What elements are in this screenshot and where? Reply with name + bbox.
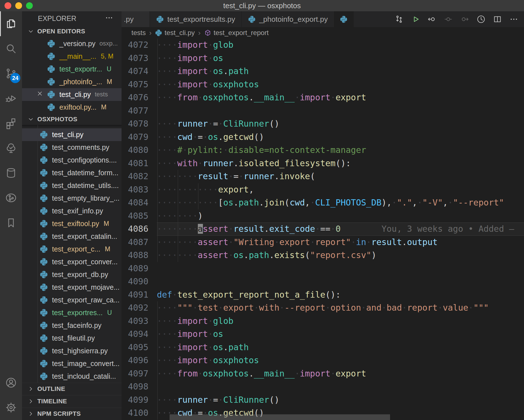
code-line[interactable]: 4092····"""·test·export·with·--report·op… (122, 301, 524, 315)
code-line[interactable]: 4086········assert·result.exit_code·==·0… (122, 222, 524, 236)
code-line[interactable]: 4097····from·osxphotos.__main__·import·e… (122, 367, 524, 380)
code-line[interactable]: 4078····runner·=·CliRunner() (122, 117, 524, 131)
open-editor-item[interactable]: test_exportr...U (22, 63, 122, 75)
code-line[interactable]: 4076····from·osxphotos.__main__·import·e… (122, 91, 524, 104)
change-icon[interactable] (441, 12, 455, 26)
open-editor-item[interactable]: __main__...5, M (22, 50, 122, 63)
activity-bar-account-icon[interactable] (0, 370, 22, 395)
line-number[interactable]: 4077 (122, 104, 157, 118)
line-number[interactable]: 4099 (122, 393, 157, 407)
line-number[interactable]: 4094 (122, 328, 157, 341)
breadcrumb-item[interactable]: tests (131, 29, 146, 37)
code-line[interactable]: 4087········assert·"Writing·export·repor… (122, 236, 524, 249)
close-icon[interactable] (36, 90, 45, 99)
code-line[interactable]: 4088········assert·os.path.exists("repor… (122, 249, 524, 262)
tree-item[interactable]: test_empty_library_... (22, 192, 122, 205)
open-editor-item[interactable]: _photoinfo_...M (22, 75, 122, 88)
line-number[interactable]: 4085 (122, 209, 157, 223)
run-python-icon[interactable] (409, 12, 422, 26)
tree-item[interactable]: test_datetime_form... (22, 166, 122, 179)
tree-item[interactable]: test_exif_info.py (22, 205, 122, 217)
tab-test_exportresults.py[interactable]: test_exportresults.py (150, 11, 242, 27)
compare-changes-icon[interactable] (392, 12, 406, 26)
line-number[interactable]: 4086 (122, 222, 157, 236)
code-line[interactable]: 4080····#·pylint:·disable=not-context-ma… (122, 144, 524, 157)
tree-item[interactable]: test_datetime_utils.... (22, 179, 122, 192)
line-number[interactable]: 4098 (122, 380, 157, 393)
activity-bar-run-debug-icon[interactable] (0, 86, 22, 111)
line-number[interactable]: 4075 (122, 78, 157, 91)
tab-.py[interactable]: .py (122, 11, 150, 27)
tab-_photoinfo_export.py[interactable]: _photoinfo_export.py (242, 11, 334, 27)
code-line[interactable]: 4091def·test_export_report_not_a_file(): (122, 288, 524, 302)
code-line[interactable]: 4075····import·osxphotos (122, 78, 524, 91)
previous-change-icon[interactable] (425, 12, 439, 26)
code-line[interactable]: 4089 (122, 262, 524, 275)
code-line[interactable]: 4077 (122, 104, 524, 118)
code-line[interactable]: 4082········result·=·runner.invoke( (122, 170, 524, 183)
line-number[interactable]: 4093 (122, 315, 157, 328)
sidebar-section-timeline[interactable]: TIMELINE (22, 395, 122, 408)
code-line[interactable]: 4098 (122, 380, 524, 393)
code-line[interactable]: 4093····import·glob (122, 315, 524, 328)
split-editor-icon[interactable] (491, 12, 504, 26)
sidebar-section-npm-scripts[interactable]: NPM SCRIPTS (22, 408, 122, 420)
line-number[interactable]: 4095 (122, 341, 157, 354)
code-line[interactable]: 4095····import·os.path (122, 341, 524, 354)
code-line[interactable]: 4083············export, (122, 183, 524, 196)
activity-bar-settings-gear-icon[interactable] (0, 395, 22, 420)
more-actions-icon[interactable] (507, 12, 521, 26)
activity-bar-test-explorer-icon[interactable] (0, 136, 22, 161)
line-number[interactable]: 4096 (122, 354, 157, 367)
minimize-window-button[interactable] (15, 2, 22, 9)
line-number[interactable]: 4084 (122, 196, 157, 209)
tree-item[interactable]: test_fileutil.py (22, 332, 122, 345)
line-number[interactable]: 4100 (122, 406, 157, 420)
line-number[interactable]: 4090 (122, 275, 157, 288)
line-number[interactable]: 4081 (122, 157, 157, 170)
tree-item[interactable]: test_cli.py (22, 128, 122, 141)
activity-bar-files-icon[interactable] (0, 11, 22, 36)
activity-bar-search-icon[interactable] (0, 36, 22, 61)
line-number[interactable]: 4091 (122, 288, 157, 302)
sidebar-section-outline[interactable]: OUTLINE (22, 383, 122, 395)
tree-item[interactable]: test_export_raw_ca... (22, 294, 122, 306)
tree-item[interactable]: test_incloud_catali... (22, 370, 122, 383)
file-history-icon[interactable] (474, 12, 488, 26)
line-number[interactable]: 4073 (122, 52, 157, 65)
tree-item[interactable]: test_export_c...M (22, 243, 122, 256)
line-number[interactable]: 4080 (122, 144, 157, 157)
code-line[interactable]: 4084············[os.path.join(cwd,·CLI_P… (122, 196, 524, 209)
next-change-icon[interactable] (458, 12, 471, 26)
code-line[interactable]: 4094····import·os (122, 328, 524, 341)
code-line[interactable]: 4090 (122, 275, 524, 288)
activity-bar-extensions-icon[interactable] (0, 111, 22, 136)
horizontal-scrollbar[interactable] (170, 414, 390, 420)
tree-item[interactable]: test_highsierra.py (22, 345, 122, 357)
code-line[interactable]: 4081····with·runner.isolated_filesystem(… (122, 157, 524, 170)
maximize-window-button[interactable] (26, 2, 33, 9)
code-line[interactable]: 4079····cwd·=·os.getcwd() (122, 131, 524, 144)
line-number[interactable]: 4074 (122, 65, 157, 78)
tree-item[interactable]: test_export_db.py (22, 268, 122, 281)
activity-bar-gitlens-icon[interactable] (0, 185, 22, 210)
tree-item[interactable]: test_export_catalin... (22, 230, 122, 243)
tree-item[interactable]: test_image_convert... (22, 357, 122, 370)
line-number[interactable]: 4078 (122, 117, 157, 131)
tree-item[interactable]: test_faceinfo.py (22, 319, 122, 332)
line-number[interactable]: 4092 (122, 301, 157, 315)
line-number[interactable]: 4087 (122, 236, 157, 249)
activity-bar-source-control-icon[interactable]: 24 (0, 61, 22, 86)
line-number[interactable]: 4088 (122, 249, 157, 262)
tree-item[interactable]: test_exportres...U (22, 306, 122, 319)
code-line[interactable]: 4073····import·os (122, 52, 524, 65)
line-number[interactable]: 4089 (122, 262, 157, 275)
code-line[interactable]: 4099····runner·=·CliRunner() (122, 393, 524, 407)
tree-item[interactable]: test_export_mojave... (22, 281, 122, 294)
pinned-active-tab[interactable] (334, 11, 354, 27)
tree-item[interactable]: test_export_conver... (22, 256, 122, 268)
open-editor-item[interactable]: test_cli.pytests (22, 88, 122, 101)
line-number[interactable]: 4097 (122, 367, 157, 380)
close-window-button[interactable] (5, 2, 11, 9)
project-section-header[interactable]: OSXPHOTOS (22, 114, 122, 125)
